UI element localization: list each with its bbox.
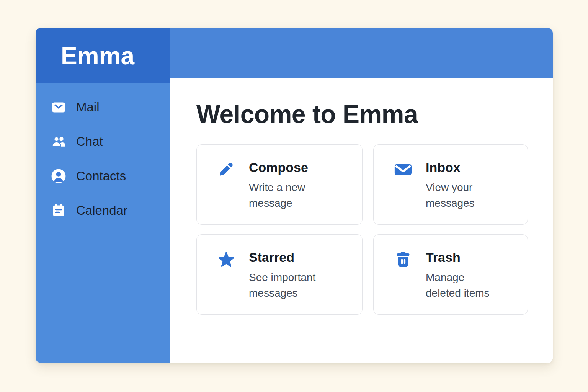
- card-subtitle: View your messages: [426, 180, 475, 211]
- sidebar-item-label: Mail: [76, 100, 100, 114]
- card-text: Inbox View your messages: [426, 160, 475, 224]
- sidebar-item-mail[interactable]: Mail: [51, 100, 170, 115]
- inbox-card[interactable]: Inbox View your messages: [373, 144, 528, 225]
- card-title: Compose: [249, 161, 308, 174]
- envelope-icon: [394, 161, 412, 178]
- page-title: Welcome to Emma: [196, 101, 531, 127]
- card-title: Inbox: [426, 161, 475, 174]
- main-content: Welcome to Emma Compose Write a new mess…: [170, 78, 553, 363]
- sidebar-item-calendar[interactable]: Calendar: [51, 203, 170, 218]
- star-icon: [217, 251, 235, 268]
- sidebar-item-label: Contacts: [76, 169, 126, 183]
- trash-card[interactable]: Trash Manage deleted items: [373, 234, 528, 315]
- calendar-icon: [51, 203, 66, 218]
- sidebar-item-chat[interactable]: Chat: [51, 134, 170, 149]
- contacts-icon: [51, 168, 66, 184]
- card-title: Starred: [249, 251, 315, 264]
- sidebar-item-label: Calendar: [76, 203, 127, 218]
- card-title: Trash: [426, 251, 490, 264]
- sidebar-item-label: Chat: [76, 134, 103, 149]
- card-text: Starred See important messages: [249, 250, 315, 314]
- pencil-icon: [217, 161, 235, 178]
- compose-card[interactable]: Compose Write a new message: [196, 144, 363, 225]
- card-text: Trash Manage deleted items: [426, 250, 490, 314]
- card-subtitle: Manage deleted items: [426, 270, 490, 301]
- card-text: Compose Write a new message: [249, 160, 308, 224]
- emma-app-window: Mail Chat: [36, 28, 553, 363]
- card-subtitle: Write a new message: [249, 180, 308, 211]
- logo-block: Emma: [36, 28, 170, 83]
- card-subtitle: See important messages: [249, 270, 315, 301]
- trash-icon: [394, 251, 412, 268]
- sidebar-item-contacts[interactable]: Contacts: [51, 168, 170, 184]
- mail-icon: [51, 100, 66, 115]
- cards-grid: Compose Write a new message Inbox View y…: [196, 144, 531, 315]
- starred-card[interactable]: Starred See important messages: [196, 234, 363, 315]
- chat-icon: [51, 134, 66, 149]
- app-logo: Emma: [61, 42, 134, 70]
- top-header-bar: [170, 28, 553, 78]
